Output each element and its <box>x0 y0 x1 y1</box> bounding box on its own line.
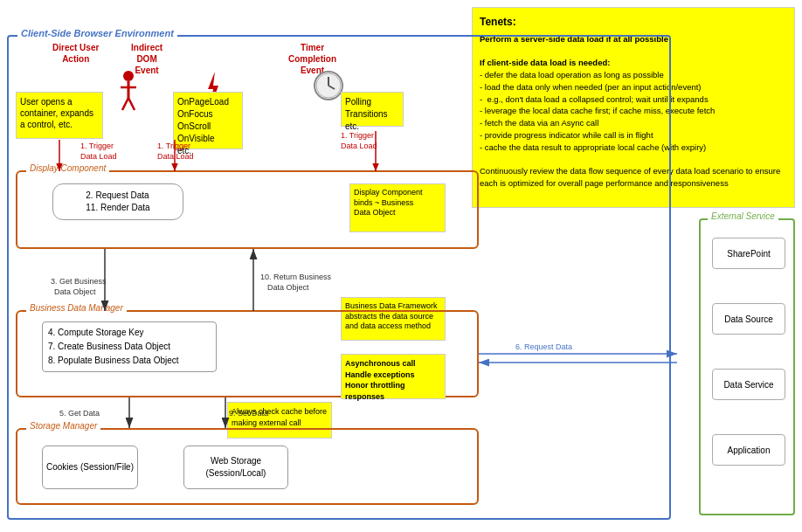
business-data-manager-label: Business Data Manager <box>26 303 127 313</box>
webstorage-text: Web Storage (Session/Local) <box>184 455 287 480</box>
request-render-text: 2. Request Data11. Render Data <box>86 190 149 214</box>
svg-line-3 <box>122 98 128 110</box>
storage-manager-label: Storage Manager <box>26 421 100 431</box>
request-render-box: 2. Request Data11. Render Data <box>52 183 183 220</box>
binds-note: Display Componentbinds ~ BusinessData Ob… <box>349 183 446 232</box>
compute-box: 4. Compute Storage Key7. Create Business… <box>42 321 217 372</box>
application-button[interactable]: Application <box>712 434 785 466</box>
main-container: Tenets: Perform a server-side data load … <box>0 0 802 532</box>
webstorage-box: Web Storage (Session/Local) <box>183 446 288 489</box>
trigger-label-1: 1. TriggerData Load <box>80 142 117 162</box>
external-service-label: External Service <box>708 211 778 221</box>
user-action-text: User opens a container, expands a contro… <box>20 97 93 129</box>
cache-note-text: Always check cache before making externa… <box>232 407 327 427</box>
data-service-button[interactable]: Data Service <box>712 369 785 400</box>
direct-action-label: Direct UserAction <box>52 42 99 65</box>
compute-text: 4. Compute Storage Key7. Create Business… <box>48 328 179 365</box>
sharepoint-button[interactable]: SharePoint <box>712 238 785 269</box>
async-note-text: Asynchronous callHandle exceptionsHonor … <box>345 359 416 401</box>
svg-line-4 <box>128 98 135 110</box>
external-service-box: External Service SharePoint Data Source … <box>699 218 795 515</box>
cookies-box: Cookies (Session/File) <box>42 446 138 489</box>
async-note: Asynchronous callHandle exceptionsHonor … <box>341 354 446 399</box>
polling-box: PollingTransitionsetc. <box>341 92 404 127</box>
client-env-label: Client-Side Browser Environment <box>17 28 177 38</box>
svg-point-0 <box>123 71 134 81</box>
display-component-label: Display Component <box>26 163 109 173</box>
person-icon <box>119 70 136 110</box>
polling-text: PollingTransitionsetc. <box>345 97 388 131</box>
binds-note-text: Display Componentbinds ~ BusinessData Ob… <box>354 188 423 217</box>
cookies-text: Cookies (Session/File) <box>46 461 134 473</box>
user-action-box: User opens a container, expands a contro… <box>16 92 103 139</box>
trigger-label-3: 1. TriggerData Load <box>341 131 377 151</box>
data-source-button[interactable]: Data Source <box>712 303 785 335</box>
clock-icon <box>313 70 344 101</box>
trigger-label-2: 1. TriggerData Load <box>157 142 194 162</box>
tenets-title: Tenets: <box>480 15 787 30</box>
